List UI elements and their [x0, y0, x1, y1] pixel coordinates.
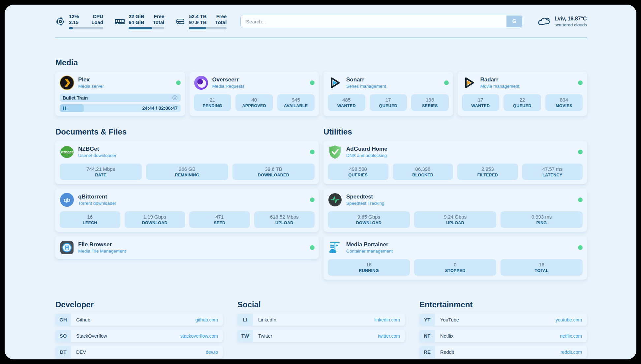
stat-upload: 9.24 GbpsUPLOAD: [414, 211, 496, 228]
card-speedtest[interactable]: Speedtest Speedtest Tracking 9.65 GbpsDO…: [323, 189, 587, 232]
github-badge: GH: [55, 314, 71, 326]
radarr-title: Radarr: [480, 76, 520, 83]
card-sonarr[interactable]: Sonarr Series management 485WANTED 17QUE…: [323, 72, 453, 116]
card-filebrowser[interactable]: File Browser Media File Management: [55, 236, 319, 259]
ram-free-value: 22 GiB: [129, 14, 144, 19]
link-netflix[interactable]: NF Netflix netflix.com: [419, 330, 587, 342]
overseerr-status-dot: [310, 80, 315, 85]
linkedin-badge: LI: [237, 314, 253, 326]
radarr-icon: [462, 76, 476, 90]
disk-total-label: Total: [215, 19, 227, 25]
overseerr-icon: [194, 76, 208, 90]
link-stackoverflow[interactable]: SO StackOverflow stackoverflow.com: [55, 330, 223, 342]
section-media: Media Plex Media server Bullet Train: [55, 58, 587, 116]
documents-heading: Documents & Files: [55, 127, 319, 136]
youtube-badge: YT: [419, 314, 435, 326]
card-overseerr[interactable]: Overseerr Media Requests 21PENDING 40APP…: [190, 72, 319, 116]
stat-queued: 22QUEUED: [504, 94, 541, 111]
stat-rate: 744.21 MbpsRATE: [60, 164, 142, 180]
disk-progress-bar: [189, 27, 227, 29]
dashboard-page: 12%3.15 CPULoad 22 GiB64 GiB: [5, 5, 636, 359]
overseerr-subtitle: Media Requests: [212, 83, 245, 89]
system-stats: 12%3.15 CPULoad 22 GiB64 GiB: [55, 14, 227, 29]
link-linkedin[interactable]: LI LinkedIn linkedin.com: [237, 314, 405, 326]
nzbget-icon: nzbget: [60, 145, 74, 159]
ram-free-label: Free: [153, 14, 165, 19]
filebrowser-title: File Browser: [78, 241, 126, 248]
card-plex[interactable]: Plex Media server Bullet Train: [55, 72, 185, 116]
stat-wanted: 17WANTED: [462, 94, 500, 111]
stat-ping: 0.993 msPING: [501, 211, 583, 228]
link-youtube[interactable]: YT YouTube youtube.com: [419, 314, 587, 326]
nzbget-title: NZBGet: [78, 146, 116, 152]
radarr-subtitle: Movie management: [480, 83, 520, 89]
section-developer: Developer GH Github github.com SO StackO…: [55, 300, 223, 359]
adguard-icon: [328, 145, 342, 159]
adguard-title: AdGuard Home: [346, 146, 387, 152]
link-reddit[interactable]: RE Reddit reddit.com: [419, 346, 587, 358]
stackoverflow-badge: SO: [55, 330, 71, 342]
plex-progress-bar: 24:44 / 02:06:47: [60, 104, 181, 112]
cpu-load-value: 3.15: [69, 19, 79, 25]
search-submit-button[interactable]: G: [506, 15, 522, 27]
card-radarr[interactable]: Radarr Movie management 17WANTED 22QUEUE…: [458, 72, 587, 116]
stat-approved: 40APPROVED: [235, 94, 273, 111]
disk-icon: [175, 16, 185, 26]
plex-now-playing: Bullet Train: [60, 94, 181, 102]
card-nzbget[interactable]: nzbget NZBGet Usenet downloader 744.21 M…: [55, 141, 319, 184]
qbittorrent-subtitle: Torrent downloader: [78, 200, 116, 206]
qbittorrent-title: qBittorrent: [78, 194, 116, 200]
stat-seed: 471SEED: [189, 211, 250, 228]
cpu-percent: 12%: [69, 14, 79, 19]
sonarr-icon: [328, 76, 342, 90]
entertainment-heading: Entertainment: [419, 300, 587, 309]
card-adguard[interactable]: AdGuard Home DNS and adblocking 498,508Q…: [323, 141, 587, 184]
ram-icon: [114, 17, 125, 26]
playback-time: 24:44 / 02:06:47: [142, 106, 180, 111]
portainer-icon: [328, 240, 342, 255]
link-github[interactable]: GH Github github.com: [55, 314, 223, 326]
stat-pending: 21PENDING: [194, 94, 231, 111]
speedtest-icon: [328, 193, 342, 207]
ram-total-label: Total: [153, 19, 165, 25]
disk-stat: 52.4 TB97.9 TB FreeTotal: [175, 14, 227, 29]
stat-download: 1.19 GbpsDOWNLOAD: [125, 211, 185, 228]
plex-status-dot: [176, 80, 181, 85]
ram-total-value: 64 GiB: [129, 19, 144, 25]
disk-free-label: Free: [215, 14, 227, 19]
section-social: Social LI LinkedIn linkedin.com TW Twitt…: [237, 300, 405, 359]
twitter-badge: TW: [237, 330, 253, 342]
cpu-stat: 12%3.15 CPULoad: [55, 14, 103, 29]
stat-stopped: 0STOPPED: [414, 259, 496, 276]
sonarr-title: Sonarr: [346, 76, 386, 83]
pause-icon: [63, 106, 66, 110]
disk-free-value: 52.4 TB: [189, 14, 206, 19]
stat-filtered: 2,953FILTERED: [457, 164, 518, 180]
portainer-status-dot: [578, 245, 583, 250]
sonarr-status-dot: [444, 80, 449, 85]
link-dev[interactable]: DT DEV dev.to: [55, 346, 223, 358]
qbittorrent-status-dot: [310, 197, 315, 202]
card-qbittorrent[interactable]: qb qBittorrent Torrent downloader 16LEEC…: [55, 189, 319, 232]
weather-condition: scattered clouds: [555, 22, 587, 28]
stat-available: 945AVAILABLE: [277, 94, 315, 111]
plex-title: Plex: [78, 76, 104, 83]
cpu-load-label: Load: [91, 19, 103, 25]
stat-leech: 16LEECH: [60, 211, 120, 228]
topbar-divider: [55, 38, 587, 38]
filebrowser-status-dot: [310, 245, 315, 250]
search-input[interactable]: [240, 15, 523, 28]
link-twitter[interactable]: TW Twitter twitter.com: [237, 330, 405, 342]
netflix-badge: NF: [419, 330, 435, 342]
developer-heading: Developer: [55, 300, 223, 309]
disk-total-value: 97.9 TB: [189, 19, 206, 25]
overseerr-title: Overseerr: [212, 76, 245, 83]
search-bar: G: [240, 15, 523, 28]
card-portainer[interactable]: Media Portainer Container management 16R…: [323, 236, 587, 280]
ram-stat: 22 GiB64 GiB FreeTotal: [114, 14, 164, 29]
stat-queued: 17QUEUED: [370, 94, 407, 111]
speedtest-status-dot: [578, 197, 583, 202]
reddit-badge: RE: [419, 346, 435, 358]
top-bar: 12%3.15 CPULoad 22 GiB64 GiB: [55, 12, 587, 31]
speedtest-title: Speedtest: [346, 194, 384, 200]
